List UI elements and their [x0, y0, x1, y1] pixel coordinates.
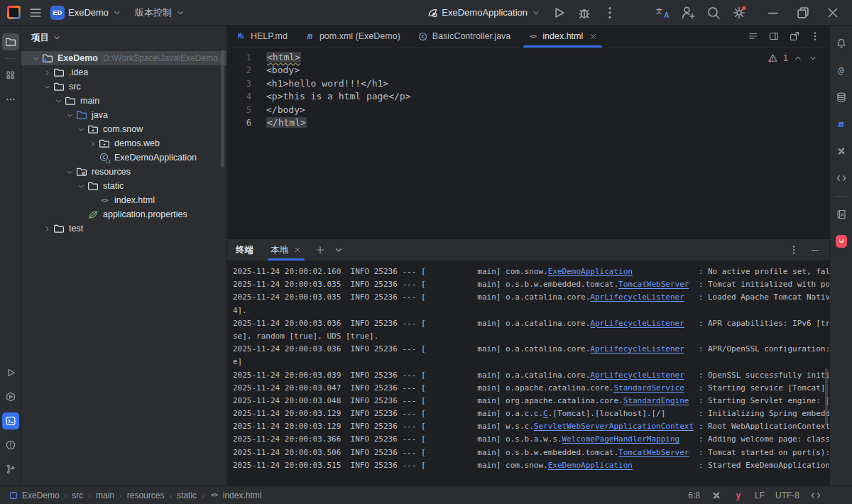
tree-item-test[interactable]: test	[21, 221, 226, 236]
inspection-widget[interactable]: 1	[768, 53, 818, 63]
tree-item-index-html[interactable]: <>index.html	[21, 193, 226, 207]
tree-chevron-icon[interactable]	[75, 182, 87, 191]
user-plus-icon[interactable]	[680, 5, 696, 21]
tree-item-exedemoapplication[interactable]: CExeDemoApplication	[21, 150, 226, 165]
log-link-tomcatwebserver[interactable]: TomcatWebServer	[618, 280, 689, 289]
close-icon[interactable]	[589, 32, 598, 41]
log-link-servletwebserverapplicationcontext[interactable]: ServletWebServerApplicationContext	[534, 422, 694, 431]
tool-window-notifications[interactable]	[833, 35, 850, 52]
tab-index-html[interactable]: <>index.html	[519, 26, 606, 47]
tool-window-services[interactable]	[2, 388, 19, 405]
tool-window-more-tool-windows[interactable]	[2, 91, 19, 108]
log-link-aprlifecyclelistener[interactable]: AprLifecycleListener	[590, 371, 684, 380]
tool-window-ai-assistant[interactable]	[833, 143, 850, 160]
prev-issue-icon[interactable]	[793, 53, 803, 63]
project-panel-header[interactable]: 项目	[21, 28, 226, 47]
close-icon[interactable]	[293, 246, 302, 254]
tool-window-problems[interactable]	[2, 437, 19, 454]
code-widget-icon[interactable]	[810, 490, 821, 501]
log-link-exedemoapplication[interactable]: ExeDemoApplication	[548, 267, 633, 276]
run-icon[interactable]	[551, 5, 567, 21]
breadcrumb-src[interactable]: src	[72, 491, 83, 500]
tabbar-kebab-icon[interactable]	[809, 31, 821, 42]
translate-icon[interactable]: 文A	[655, 5, 670, 21]
file-encoding[interactable]: UTF-8	[775, 491, 799, 500]
breadcrumb-static[interactable]: static	[177, 491, 197, 500]
tool-window-project-folder[interactable]	[2, 33, 19, 50]
terminal-scrollbar[interactable]	[825, 368, 828, 425]
tree-item-application-properties[interactable]: application.properties	[21, 207, 226, 221]
breadcrumb-main[interactable]: main	[96, 491, 114, 500]
log-link-c[interactable]: C	[543, 409, 548, 418]
tree-item-main[interactable]: main	[21, 94, 226, 108]
terminal-options-icon[interactable]	[333, 244, 344, 256]
tree-chevron-icon[interactable]	[87, 139, 99, 148]
tree-item--idea[interactable]: .idea	[21, 65, 226, 80]
tool-window-database[interactable]	[833, 89, 850, 106]
tool-window-run[interactable]	[2, 364, 19, 381]
tree-item-java[interactable]: java	[21, 108, 226, 122]
tabbar-split-right-icon[interactable]	[768, 31, 780, 42]
log-link-aprlifecyclelistener[interactable]: AprLifecycleListener	[590, 344, 684, 354]
new-terminal-icon[interactable]	[315, 244, 326, 256]
tabbar-tab-list-icon[interactable]	[748, 31, 759, 42]
minimize-icon[interactable]	[765, 5, 781, 21]
terminal-tab-local[interactable]: 本地	[268, 239, 305, 261]
line-separator[interactable]: LF	[755, 491, 765, 500]
tree-chevron-icon[interactable]	[53, 97, 65, 106]
more-actions-icon[interactable]	[602, 5, 618, 21]
hide-terminal-icon[interactable]	[809, 244, 821, 256]
vcs-widget[interactable]: 版本控制	[135, 6, 185, 19]
tab-help-md[interactable]: M↓HELP.md	[227, 26, 296, 47]
tool-window-version-control[interactable]	[2, 461, 19, 478]
tool-window-endpoints[interactable]	[833, 170, 850, 187]
restore-icon[interactable]	[795, 5, 811, 21]
ai-assistant-status-icon[interactable]	[711, 490, 722, 501]
plugin-status-icon[interactable]: y	[733, 490, 744, 501]
tree-item-src[interactable]: src	[21, 80, 226, 94]
main-menu-icon[interactable]	[28, 5, 43, 21]
debug-icon[interactable]	[577, 5, 592, 21]
log-link-exedemoapplication[interactable]: ExeDemoApplication	[548, 461, 633, 470]
tool-window-spring[interactable]: @	[833, 62, 850, 79]
tool-window-terminal[interactable]	[2, 412, 19, 429]
tool-window-maven[interactable]: m	[833, 116, 850, 133]
tool-window-plugin[interactable]	[833, 233, 850, 250]
tree-item-static[interactable]: static	[21, 179, 226, 193]
code-editor[interactable]: 1<html>2<body>3<h1>hello word!!!</h1>4<p…	[227, 48, 829, 239]
tree-item-resources[interactable]: resources	[21, 165, 226, 179]
log-link-welcomepagehandlermapping[interactable]: WelcomePageHandlerMapping	[562, 434, 680, 444]
caret-position[interactable]: 6:8	[688, 491, 700, 500]
tab-pom-xml-exedemo-[interactable]: mpom.xml (ExeDemo)	[296, 26, 409, 47]
tree-item-demos-web[interactable]: demos.web	[21, 136, 226, 150]
file-writable-icon[interactable]	[832, 490, 843, 501]
terminal-menu-icon[interactable]	[788, 244, 799, 256]
tree-chevron-icon[interactable]	[64, 111, 76, 120]
settings-gear-icon[interactable]	[731, 5, 747, 21]
log-link-aprlifecyclelistener[interactable]: AprLifecycleListener	[590, 292, 684, 302]
tree-chevron-icon[interactable]	[41, 224, 53, 234]
log-link-aprlifecyclelistener[interactable]: AprLifecycleListener	[590, 319, 684, 328]
run-config-widget[interactable]: ExeDemoApplication	[427, 7, 541, 18]
project-scrollbar[interactable]	[221, 50, 224, 168]
breadcrumb-resources[interactable]: resources	[127, 491, 165, 500]
breadcrumb-index-html[interactable]: <>index.html	[209, 491, 262, 500]
tree-chevron-icon[interactable]	[64, 168, 76, 177]
search-icon[interactable]	[706, 5, 721, 21]
log-link-tomcatwebserver[interactable]: TomcatWebServer	[618, 448, 689, 457]
tool-window-translation[interactable]: A	[833, 206, 850, 223]
tree-item-exedemo[interactable]: ExeDemoD:\WorkSpace\Java\ExeDemo	[21, 51, 226, 65]
breadcrumb-exedemo[interactable]: ExeDemo	[9, 491, 60, 500]
tree-chevron-icon[interactable]	[41, 68, 53, 77]
tab-basiccontroller-java[interactable]: CBasicController.java	[409, 26, 519, 47]
log-link-standardservice[interactable]: StandardService	[613, 383, 684, 393]
tabbar-open-window-icon[interactable]	[789, 31, 800, 42]
tree-chevron-icon[interactable]	[75, 125, 87, 134]
project-widget[interactable]: ED ExeDemo	[50, 6, 122, 20]
log-link-standardengine[interactable]: StandardEngine	[623, 396, 689, 405]
next-issue-icon[interactable]	[808, 53, 818, 63]
tool-window-structure[interactable]	[2, 67, 19, 84]
terminal-output[interactable]: 2025-11-24 20:00:02.160 INFO 25236 --- […	[227, 261, 829, 486]
tree-chevron-icon[interactable]	[41, 82, 53, 92]
close-icon[interactable]	[825, 5, 841, 21]
